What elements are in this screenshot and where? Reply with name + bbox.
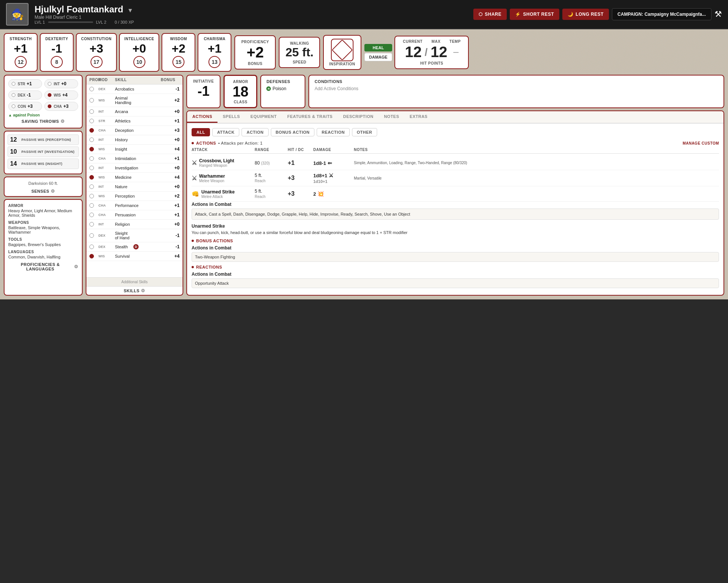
skill-name: Athletics [115, 119, 132, 123]
attack-row[interactable]: ⚔ Crossbow, Light Ranged Weapon 80 (320)… [192, 156, 719, 170]
save-name: WIS [54, 93, 61, 97]
saves-grid: STR +1 INT +0 DEX -1 WIS +4 CON +3 CHA +… [8, 79, 78, 111]
tab-equipment[interactable]: EQUIPMENT [245, 111, 282, 123]
heal-button[interactable]: HEAL [364, 44, 393, 51]
name-dropdown-arrow[interactable]: ▼ [127, 7, 133, 14]
ability-label: CONSTITUTION [81, 37, 112, 41]
skill-row[interactable]: INT Arcana +0 [86, 107, 183, 116]
share-button[interactable]: ⬡ SHARE [473, 9, 507, 20]
filter-btn-attack[interactable]: ATTACK [212, 128, 240, 136]
short-rest-button[interactable]: ⚡ SHORT REST [510, 9, 559, 20]
attack-hit: +3 [288, 190, 310, 197]
skill-bonus: +0 [161, 165, 180, 171]
hp-current[interactable]: 12 [405, 44, 422, 60]
save-name: CON [18, 104, 26, 109]
additional-skills[interactable]: Additional Skills [86, 277, 183, 286]
ability-modifier: +0 [124, 42, 154, 54]
save-item-str[interactable]: STR +1 [8, 79, 42, 88]
tab-features---traits[interactable]: FEATURES & TRAITS [282, 111, 338, 123]
skill-row[interactable]: WIS Perception +2 [86, 192, 183, 201]
skill-row[interactable]: CHA Deception +3 [86, 126, 183, 135]
ability-card-dexterity[interactable]: DEXTERITY -1 8 [40, 33, 74, 72]
skill-row[interactable]: WIS Survival +4 [86, 252, 183, 261]
filter-btn-bonus-action[interactable]: BONUS ACTION [271, 128, 315, 136]
attack-icon: ⚔ [192, 159, 197, 166]
current-header: CURRENT [403, 39, 422, 44]
save-item-cha[interactable]: CHA +3 [44, 102, 78, 111]
filter-btn-action[interactable]: ACTION [242, 128, 268, 136]
skill-row[interactable]: WIS Medicine +4 [86, 173, 183, 182]
tab-description[interactable]: DESCRIPTION [338, 111, 379, 123]
skill-row[interactable]: CHA Performance +1 [86, 201, 183, 210]
attack-row[interactable]: 👊 Unarmed Strike Melee Attack 5 ft.Reach… [192, 186, 719, 202]
ability-card-charisma[interactable]: CHARISMA +1 13 [198, 33, 231, 72]
save-item-dex[interactable]: DEX -1 [8, 91, 42, 100]
prof-category-tools: TOOLS Bagpipes, Brewer's Supplies [8, 237, 78, 247]
skill-bonus: +1 [161, 118, 180, 124]
prof-gear-icon[interactable]: ⚙ [74, 264, 79, 269]
save-mod: +3 [63, 104, 69, 109]
skill-prof-circle [89, 87, 94, 91]
damage-button[interactable]: DAMAGE [364, 53, 393, 61]
skill-prof-circle [89, 137, 94, 142]
dnd-beyond-icon[interactable]: ⚒ [714, 9, 722, 19]
ability-label: WISDOM [167, 37, 190, 41]
ability-card-intelligence[interactable]: INTELLIGENCE +0 10 [119, 33, 159, 72]
skills-panel: PROF MOD SKILL BONUS DEX Acrobatics -1 W… [86, 75, 183, 296]
skill-row[interactable]: INT Investigation +0 [86, 163, 183, 173]
ability-card-constitution[interactable]: CONSTITUTION +3 17 [76, 33, 117, 72]
save-item-int[interactable]: INT +0 [44, 79, 78, 88]
skill-name: Animal Handling [115, 96, 132, 105]
unarmed-strike-section: Unarmed Strike You can punch, kick, head… [192, 224, 719, 235]
skill-row[interactable]: WIS Animal Handling +2 [86, 94, 183, 107]
ability-card-strength[interactable]: STRENGTH +1 12 [4, 33, 38, 72]
skill-prof-circle [89, 194, 94, 198]
skill-attr: WIS [98, 98, 113, 102]
saving-throws-gear-icon[interactable]: ⚙ [60, 119, 65, 124]
skill-row[interactable]: DEX Acrobatics -1 [86, 85, 183, 94]
senses-gear-icon[interactable]: ⚙ [51, 189, 55, 194]
hp-max: 12 [430, 44, 447, 60]
skills-gear-icon[interactable]: ⚙ [141, 288, 145, 293]
skill-row[interactable]: WIS Insight +4 [86, 145, 183, 154]
prof-category-name: LANGUAGES [8, 250, 78, 254]
attack-subtype: Melee Weapon [199, 179, 225, 183]
prof-category-value: Common, Dwarvish, Halfling [8, 255, 78, 259]
filter-btn-other[interactable]: OTHER [352, 128, 377, 136]
inspiration-card[interactable]: INSPIRATION [323, 35, 361, 70]
tab-notes[interactable]: NOTES [379, 111, 404, 123]
skill-row[interactable]: DEX Stealth D -1 [86, 242, 183, 252]
skill-attr: INT [98, 166, 113, 170]
skill-row[interactable]: STR Athletics +1 [86, 116, 183, 126]
character-name: Hjulkyl Foamtankard ▼ [35, 4, 467, 15]
manage-custom-button[interactable]: MANAGE CUSTOM [683, 141, 719, 145]
skill-row[interactable]: CHA Persuasion +1 [86, 210, 183, 220]
long-rest-button[interactable]: 🌙 LONG REST [562, 9, 609, 20]
ability-card-wisdom[interactable]: WISDOM +2 15 [162, 33, 195, 72]
tab-spells[interactable]: SPELLS [217, 111, 245, 123]
campaign-badge[interactable]: CAMPAIGN: Campaigny McCampaignfa... [612, 8, 711, 20]
tab-extras[interactable]: EXTRAS [405, 111, 433, 123]
save-item-wis[interactable]: WIS +4 [44, 91, 78, 100]
skill-row[interactable]: INT Religion +0 [86, 220, 183, 229]
skill-bonus: -1 [161, 86, 180, 92]
attack-row[interactable]: ⚔ Warhammer Melee Weapon 5 ft.Reach +3 1… [192, 170, 719, 186]
skill-row[interactable]: CHA Intimidation +1 [86, 154, 183, 163]
skill-attr: INT [98, 138, 113, 142]
skill-row[interactable]: INT Nature +0 [86, 182, 183, 192]
inspiration-box[interactable] [331, 39, 353, 61]
add-conditions-button[interactable]: Add Active Conditions [314, 86, 718, 91]
skill-attr: INT [98, 185, 113, 189]
tab-actions[interactable]: ACTIONS [187, 111, 217, 123]
proficiency-value: +2 [247, 44, 264, 61]
skill-attr: WIS [98, 254, 113, 258]
filter-btn-all[interactable]: ALL [192, 128, 210, 136]
skill-row[interactable]: DEX Sleight of Hand -1 [86, 229, 183, 242]
xp-bar [48, 21, 93, 23]
skill-row[interactable]: INT History +0 [86, 135, 183, 145]
skill-attr: DEX [98, 234, 113, 237]
save-item-con[interactable]: CON +3 [8, 102, 42, 111]
skill-attr: INT [98, 110, 113, 113]
skill-name: Medicine [115, 175, 132, 180]
filter-btn-reaction[interactable]: REACTION [317, 128, 349, 136]
